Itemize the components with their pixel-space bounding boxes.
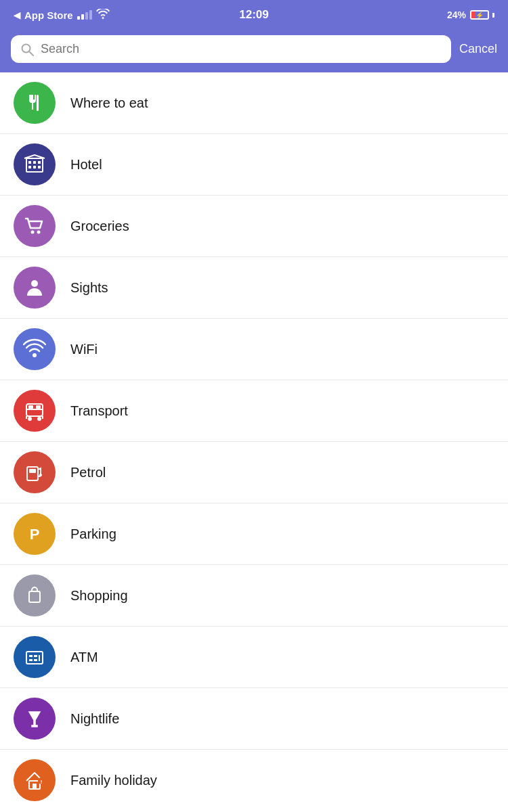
atm-label: ATM <box>70 650 98 665</box>
family-holiday-icon: ! <box>14 759 56 801</box>
svg-rect-17 <box>28 405 33 409</box>
shopping-icon <box>14 574 56 616</box>
petrol-label: Petrol <box>70 465 106 480</box>
cancel-button[interactable]: Cancel <box>459 39 497 59</box>
category-item-where-to-eat[interactable]: Where to eat <box>0 72 508 134</box>
svg-rect-27 <box>29 591 40 602</box>
category-item-parking[interactable]: P Parking <box>0 503 508 565</box>
svg-rect-33 <box>39 655 40 661</box>
category-item-transport[interactable]: Transport <box>0 380 508 442</box>
nightlife-icon <box>14 698 56 740</box>
search-bar: Cancel <box>0 30 508 72</box>
signal-icon <box>77 10 92 20</box>
back-arrow-icon: ◀ <box>14 10 20 20</box>
svg-rect-3 <box>37 95 39 111</box>
svg-rect-35 <box>33 784 37 789</box>
status-time: 12:09 <box>239 8 268 22</box>
status-left: ◀ App Store <box>14 9 110 22</box>
category-item-shopping[interactable]: Shopping <box>0 565 508 627</box>
svg-rect-32 <box>34 659 37 661</box>
svg-point-25 <box>39 474 42 476</box>
svg-line-1 <box>29 51 33 55</box>
category-item-wifi[interactable]: WiFi <box>0 319 508 380</box>
category-item-groceries[interactable]: Groceries <box>0 196 508 257</box>
parking-icon: P <box>14 513 56 555</box>
hotel-icon <box>14 143 56 185</box>
category-item-family-holiday[interactable]: ! Family holiday <box>0 750 508 811</box>
svg-point-12 <box>37 231 41 234</box>
atm-icon <box>14 636 56 678</box>
shopping-label: Shopping <box>70 588 128 604</box>
svg-point-20 <box>37 417 41 421</box>
category-list: Where to eat Hotel Groceries Sigh <box>0 72 508 811</box>
groceries-icon <box>14 205 56 247</box>
svg-text:!: ! <box>41 779 43 785</box>
where-to-eat-label: Where to eat <box>70 95 148 111</box>
parking-label: Parking <box>70 526 117 542</box>
svg-rect-7 <box>38 161 41 164</box>
svg-rect-18 <box>36 405 41 409</box>
petrol-icon <box>14 451 56 493</box>
svg-rect-5 <box>28 161 31 164</box>
search-input-container[interactable] <box>11 35 451 63</box>
wifi-status-icon <box>96 9 110 22</box>
svg-rect-29 <box>29 655 33 657</box>
svg-point-11 <box>31 231 35 234</box>
status-bar: ◀ App Store 12:09 24% ⚡ <box>0 0 508 30</box>
hotel-label: Hotel <box>70 157 102 173</box>
battery-percent: 24% <box>447 9 466 20</box>
battery-bolt-icon: ⚡ <box>475 12 484 19</box>
svg-rect-24 <box>29 469 36 473</box>
sights-icon <box>14 267 56 309</box>
svg-rect-8 <box>28 166 31 168</box>
svg-rect-28 <box>26 652 43 664</box>
transport-label: Transport <box>70 403 128 419</box>
transport-icon <box>14 390 56 432</box>
wifi-label: WiFi <box>70 342 98 357</box>
svg-point-19 <box>28 417 32 421</box>
category-item-hotel[interactable]: Hotel <box>0 134 508 196</box>
battery-icon: ⚡ <box>470 10 494 20</box>
svg-rect-4 <box>26 158 43 172</box>
sights-label: Sights <box>70 280 108 296</box>
wifi-icon <box>14 328 56 370</box>
search-icon <box>20 43 34 56</box>
nightlife-label: Nightlife <box>70 711 119 727</box>
category-item-nightlife[interactable]: Nightlife <box>0 688 508 750</box>
svg-point-14 <box>33 353 37 357</box>
svg-rect-10 <box>38 166 41 168</box>
svg-rect-6 <box>33 161 36 164</box>
status-right: 24% ⚡ <box>447 9 494 20</box>
groceries-label: Groceries <box>70 219 129 234</box>
category-item-sights[interactable]: Sights <box>0 257 508 319</box>
svg-point-13 <box>31 280 38 287</box>
family-holiday-label: Family holiday <box>70 773 157 788</box>
svg-rect-31 <box>29 659 33 661</box>
svg-rect-30 <box>34 655 37 657</box>
svg-text:P: P <box>30 526 40 543</box>
svg-rect-9 <box>33 166 36 168</box>
where-to-eat-icon <box>14 82 56 124</box>
category-item-atm[interactable]: ATM <box>0 627 508 688</box>
search-input[interactable] <box>41 42 442 56</box>
carrier-label: App Store <box>24 9 73 21</box>
category-item-petrol[interactable]: Petrol <box>0 442 508 503</box>
